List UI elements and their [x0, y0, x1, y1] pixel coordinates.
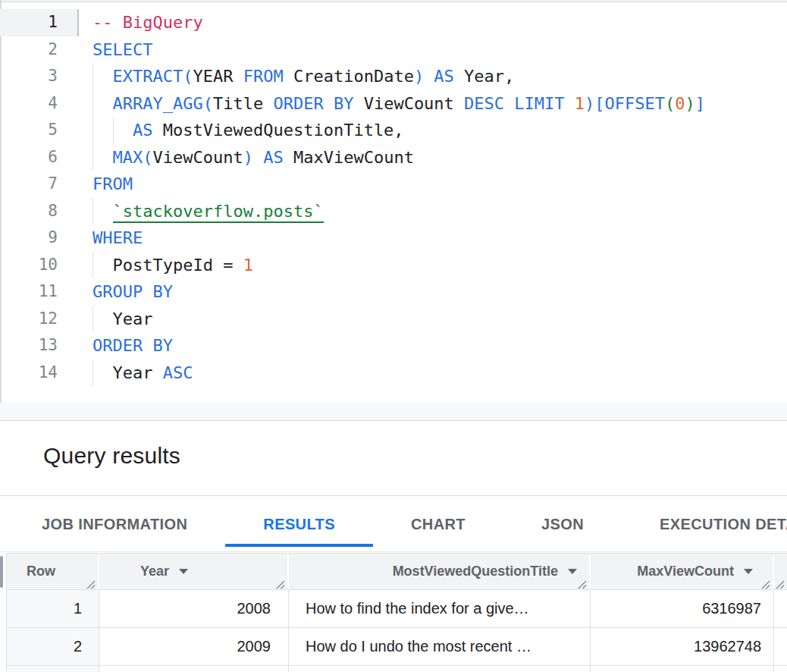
- tab-json[interactable]: JSON: [503, 497, 622, 551]
- table-reference-link[interactable]: `stackoverflow.posts`: [113, 202, 324, 223]
- cell-maxviewcount: 6316987: [591, 590, 774, 627]
- code-token: ]: [695, 94, 705, 113]
- code-token: DESC LIMIT: [464, 94, 564, 113]
- tab-label: JOB INFORMATION: [42, 516, 187, 533]
- indent-guide-line: [92, 252, 93, 279]
- code-token: PostTypeId =: [92, 256, 243, 275]
- code-token: AS: [133, 121, 153, 140]
- column-header-mostviewedquestiontitle[interactable]: MostViewedQuestionTitle: [289, 554, 591, 589]
- code-line[interactable]: Year: [79, 306, 787, 333]
- tab-chart[interactable]: CHART: [373, 497, 503, 551]
- tab-results[interactable]: RESULTS: [225, 497, 373, 551]
- code-line[interactable]: AS MostViewedQuestionTitle,: [79, 117, 787, 144]
- cell-row: 2: [7, 628, 99, 665]
- results-tab-bar: JOB INFORMATIONRESULTSCHARTJSONEXECUTION…: [0, 497, 787, 552]
- code-token: [92, 67, 113, 86]
- column-resize-grip[interactable]: [576, 577, 587, 588]
- query-results-title: Query results: [43, 443, 180, 469]
- code-token: MaxViewCount: [284, 148, 414, 167]
- sort-dropdown-icon[interactable]: [744, 569, 753, 574]
- line-number: 9: [0, 225, 79, 252]
- table-scrollbar-thumb[interactable]: [0, 556, 3, 588]
- tab-label: RESULTS: [263, 516, 335, 533]
- code-line[interactable]: Year ASC: [79, 360, 787, 387]
- column-resize-grip[interactable]: [760, 577, 770, 588]
- code-line[interactable]: ORDER BY: [79, 332, 787, 360]
- cell-stub: [774, 590, 787, 627]
- editor-line: 14 Year ASC: [0, 360, 787, 387]
- code-line[interactable]: PostTypeId = 1: [79, 252, 787, 279]
- cell-mostviewedquestiontitle: [289, 666, 591, 672]
- code-token: )[OFFSET: [585, 94, 665, 113]
- editor-line: 7FROM: [0, 171, 787, 198]
- editor-line: 5 AS MostViewedQuestionTitle,: [0, 117, 787, 144]
- editor-line: 9WHERE: [0, 225, 787, 252]
- tab-label: CHART: [411, 516, 466, 533]
- column-header-year[interactable]: Year: [99, 554, 289, 589]
- code-token: -- BigQuery: [92, 13, 203, 32]
- code-token: 1: [575, 94, 585, 113]
- indent-guide-line: [92, 360, 93, 387]
- cell-row: [7, 666, 99, 672]
- code-line[interactable]: EXTRACT(YEAR FROM CreationDate) AS Year,: [79, 63, 787, 90]
- code-token: 0: [675, 94, 685, 113]
- results-table-header: RowYearMostViewedQuestionTitleMaxViewCou…: [7, 554, 787, 590]
- line-number: 14: [0, 360, 79, 387]
- code-token: Year: [92, 363, 163, 382]
- editor-line: 1-- BigQuery: [0, 9, 787, 36]
- tab-job-information[interactable]: JOB INFORMATION: [4, 497, 225, 551]
- column-resize-grip[interactable]: [774, 577, 785, 588]
- editor-line: 12 Year: [0, 306, 787, 333]
- sort-dropdown-icon[interactable]: [179, 569, 188, 574]
- code-line[interactable]: FROM: [79, 171, 787, 198]
- code-line[interactable]: WHERE: [79, 225, 787, 252]
- code-token: YEAR: [193, 67, 243, 86]
- code-token: CreationDate: [284, 67, 414, 86]
- column-header-maxviewcount[interactable]: MaxViewCount: [591, 554, 774, 589]
- cell-mostviewedquestiontitle: How do I undo the most recent …: [289, 628, 591, 665]
- editor-line: 13ORDER BY: [0, 332, 787, 360]
- code-line[interactable]: -- BigQuery: [79, 9, 787, 36]
- sort-dropdown-icon[interactable]: [568, 569, 577, 574]
- code-token: Title: [213, 94, 273, 113]
- tab-execution-details[interactable]: EXECUTION DETAILS: [622, 497, 787, 551]
- code-token: FROM: [243, 67, 284, 86]
- code-line[interactable]: SELECT: [79, 36, 787, 64]
- code-token: ): [685, 94, 695, 113]
- code-token: Year,: [454, 67, 514, 86]
- line-number: 3: [0, 63, 79, 90]
- code-line[interactable]: MAX(ViewCount) AS MaxViewCount: [79, 144, 787, 171]
- code-line[interactable]: `stackoverflow.posts`: [79, 198, 787, 225]
- cell-stub: [774, 666, 787, 672]
- code-token: ARRAY_AGG(: [113, 94, 213, 113]
- code-line[interactable]: GROUP BY: [79, 278, 787, 306]
- table-row: 12008How to find the index for a give…63…: [7, 590, 787, 628]
- code-token: ViewCount: [353, 94, 464, 113]
- cell-year: 2008: [99, 590, 289, 627]
- table-row: 22009How do I undo the most recent …1396…: [7, 628, 787, 666]
- table-row-partial: [7, 666, 787, 672]
- sql-editor[interactable]: 1-- BigQuery2SELECT3 EXTRACT(YEAR FROM C…: [0, 0, 787, 403]
- code-token: ) AS: [414, 67, 454, 86]
- code-token: FROM: [92, 174, 133, 193]
- indent-guide-line: [92, 90, 93, 118]
- editor-line: 10 PostTypeId = 1: [0, 252, 787, 279]
- column-resize-grip[interactable]: [85, 577, 96, 588]
- editor-line: 8 `stackoverflow.posts`: [0, 198, 787, 225]
- column-header-label: MaxViewCount: [637, 564, 734, 579]
- bigquery-console: 1-- BigQuery2SELECT3 EXTRACT(YEAR FROM C…: [0, 0, 787, 672]
- indent-guide-line: [92, 117, 93, 144]
- column-header-stub: [774, 554, 787, 589]
- editor-line: 3 EXTRACT(YEAR FROM CreationDate) AS Yea…: [0, 63, 787, 90]
- code-lines[interactable]: 1-- BigQuery2SELECT3 EXTRACT(YEAR FROM C…: [0, 9, 787, 386]
- code-token: EXTRACT(: [113, 67, 193, 86]
- column-header-row[interactable]: Row: [7, 554, 99, 589]
- indent-guide-line: [92, 198, 93, 225]
- code-token: ViewCount: [152, 148, 243, 167]
- column-resize-grip[interactable]: [274, 577, 285, 588]
- cell-maxviewcount: [591, 666, 774, 672]
- code-token: WHERE: [92, 228, 143, 247]
- code-line[interactable]: ARRAY_AGG(Title ORDER BY ViewCount DESC …: [79, 90, 787, 118]
- line-number: 7: [0, 171, 79, 198]
- line-number: 8: [0, 198, 79, 225]
